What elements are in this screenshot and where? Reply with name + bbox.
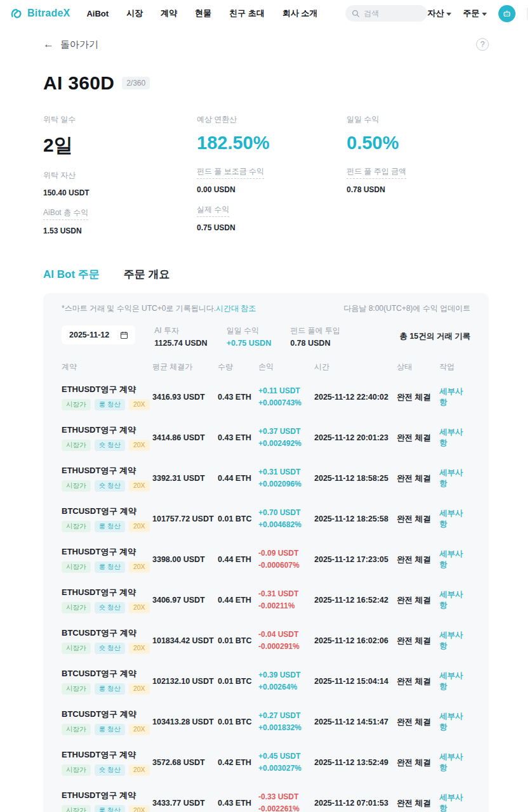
- order-row: ETHUSDT영구 계약 시장가 숏 청산 20X 3392.31 USDT 0…: [62, 462, 470, 494]
- details-link[interactable]: 세부사항: [439, 630, 470, 652]
- pnl-amount: +0.27 USDT: [258, 710, 314, 722]
- stat-label-tooltip[interactable]: 펀드 풀 주입 금액: [347, 166, 406, 179]
- pnl-cell: +0.45 USDT +0.003027%: [258, 750, 314, 775]
- details-link[interactable]: 세부사항: [439, 508, 470, 530]
- contract-name: ETHUSDT영구 계약: [62, 465, 152, 476]
- calendar-icon: [119, 331, 129, 340]
- details-link[interactable]: 세부사항: [439, 427, 470, 449]
- avg-fill-price: 3416.93 USDT: [152, 393, 218, 402]
- quantity: 0.43 ETH: [218, 433, 258, 442]
- pnl-amount: +0.37 USDT: [258, 426, 314, 438]
- nav-item[interactable]: 회사 소개: [283, 8, 318, 19]
- avg-fill-price: 3392.31 USDT: [152, 474, 218, 483]
- pnl-percent: +0.001832%: [258, 722, 314, 734]
- robot-icon: [502, 9, 512, 18]
- contract-cell: BTCUSDT영구 계약 시장가 숏 청산 20X: [62, 627, 152, 654]
- assets-menu[interactable]: 자산: [427, 8, 451, 19]
- col-header-status: 상태: [397, 362, 439, 372]
- leverage-badge: 20X: [129, 643, 150, 654]
- details-link[interactable]: 세부사항: [439, 468, 470, 489]
- details-link[interactable]: 세부사항: [439, 549, 470, 570]
- progress-badge: 2/360: [122, 77, 150, 89]
- details-link[interactable]: 세부사항: [439, 752, 470, 773]
- stat-label-tooltip[interactable]: AiBot 총 수익: [43, 207, 88, 220]
- order-row: BTCUSDT영구 계약 시장가 롱 청산 20X 103413.28 USDT…: [62, 706, 470, 738]
- search-box[interactable]: [345, 5, 427, 22]
- back-arrow-icon: ←: [43, 38, 54, 51]
- timezone-reference-link[interactable]: 시간대 참조: [216, 304, 256, 313]
- pnl-amount: -0.04 USDT: [258, 629, 314, 641]
- logo[interactable]: BitradeX: [10, 7, 70, 20]
- details-link[interactable]: 세부사항: [439, 671, 470, 692]
- order-time: 2025-11-12 13:52:49: [314, 758, 397, 767]
- order-type-badge: 시장가: [62, 521, 91, 532]
- close-side-badge: 숏 청산: [95, 480, 125, 492]
- bitradex-logo-icon: [10, 7, 23, 20]
- details-link[interactable]: 세부사항: [439, 792, 470, 812]
- stat-label-tooltip[interactable]: 실제 수익: [197, 204, 229, 217]
- close-side-badge: 숏 청산: [95, 440, 125, 451]
- order-status: 완전 체결: [397, 554, 439, 565]
- chevron-down-icon: [446, 13, 451, 16]
- pnl-cell: -0.31 USDT -0.00211%: [258, 588, 314, 612]
- stat-label: 예상 연환산: [197, 114, 347, 125]
- pnl-percent: -0.002261%: [258, 803, 314, 812]
- pnl-amount: +0.45 USDT: [258, 750, 314, 763]
- avg-fill-price: 3414.86 USDT: [152, 433, 218, 442]
- order-status: 완전 체결: [397, 717, 439, 728]
- pnl-cell: -0.33 USDT -0.002261%: [258, 791, 314, 812]
- stat-label: 위탁 자산: [43, 170, 197, 181]
- date-picker[interactable]: 2025-11-12: [62, 325, 135, 344]
- order-status: 완전 체결: [397, 595, 439, 606]
- order-time: 2025-11-12 20:01:23: [314, 433, 397, 442]
- nav-item[interactable]: 계약: [161, 8, 177, 19]
- leverage-badge: 20X: [129, 521, 150, 532]
- order-type-badge: 시장가: [62, 440, 91, 451]
- order-row: ETHUSDT영구 계약 시장가 롱 청산 20X 3416.93 USDT 0…: [62, 381, 470, 413]
- search-input[interactable]: [364, 9, 421, 18]
- details-link[interactable]: 세부사항: [439, 711, 470, 733]
- stat-value-total-profit: 1.53 USDN: [43, 226, 197, 235]
- assets-menu-label: 자산: [427, 8, 444, 19]
- user-avatar[interactable]: [498, 5, 515, 22]
- help-button[interactable]: ?: [476, 38, 489, 51]
- order-status: 완전 체결: [397, 636, 439, 646]
- orders-menu[interactable]: 주문: [463, 8, 487, 19]
- date-value: 2025-11-12: [69, 331, 109, 339]
- order-type-badge: 시장가: [62, 561, 91, 573]
- timezone-note: *스마트 거래 및 수익은 UTC+0로 기록됩니다.시간대 참조: [62, 303, 256, 314]
- stat-label-tooltip[interactable]: 펀드 풀 보조금 수익: [197, 166, 264, 179]
- close-side-badge: 롱 청산: [95, 724, 125, 735]
- avg-fill-price: 101834.42 USDT: [152, 636, 218, 645]
- details-link[interactable]: 세부사항: [439, 386, 470, 408]
- summary-label: 일일 수익: [227, 325, 272, 336]
- pnl-percent: -0.00211%: [258, 600, 314, 612]
- stat-label: 위탁 일수: [43, 114, 197, 125]
- chevron-down-icon: [482, 13, 487, 16]
- tab-order-overview[interactable]: 주문 개요: [124, 267, 170, 282]
- nav-item[interactable]: 현물: [195, 8, 211, 19]
- tab-aibot-orders[interactable]: AI Bot 주문: [43, 267, 100, 282]
- close-side-badge: 숏 청산: [95, 602, 125, 613]
- close-side-badge: 롱 청산: [95, 561, 125, 573]
- close-side-badge: 롱 청산: [95, 399, 125, 410]
- nav-item[interactable]: AiBot: [86, 9, 109, 18]
- order-row: ETHUSDT영구 계약 시장가 숏 청산 20X 3572.68 USDT 0…: [62, 747, 470, 778]
- profit-update-note: 다음날 8:00(UTC+8)에 수익 업데이트: [343, 303, 470, 314]
- order-time: 2025-11-12 16:52:42: [314, 596, 397, 605]
- back-button[interactable]: ← 돌아가기: [43, 38, 98, 51]
- leverage-badge: 20X: [129, 724, 150, 735]
- order-time: 2025-11-12 18:25:58: [314, 514, 397, 523]
- order-status: 완전 체결: [397, 392, 439, 403]
- order-time: 2025-11-12 14:51:47: [314, 717, 397, 726]
- contract-name: ETHUSDT영구 계약: [62, 749, 152, 761]
- order-rows: ETHUSDT영구 계약 시장가 롱 청산 20X 3416.93 USDT 0…: [62, 381, 470, 812]
- leverage-badge: 20X: [129, 480, 150, 492]
- quantity: 0.42 ETH: [218, 758, 258, 767]
- contract-cell: ETHUSDT영구 계약 시장가 숏 청산 20X: [62, 587, 152, 613]
- nav-item[interactable]: 시장: [126, 8, 143, 19]
- contract-cell: ETHUSDT영구 계약 시장가 숏 청산 20X: [62, 465, 152, 492]
- col-header-pnl: 손익: [258, 362, 314, 372]
- details-link[interactable]: 세부사항: [439, 589, 470, 611]
- nav-item[interactable]: 친구 초대: [229, 8, 265, 19]
